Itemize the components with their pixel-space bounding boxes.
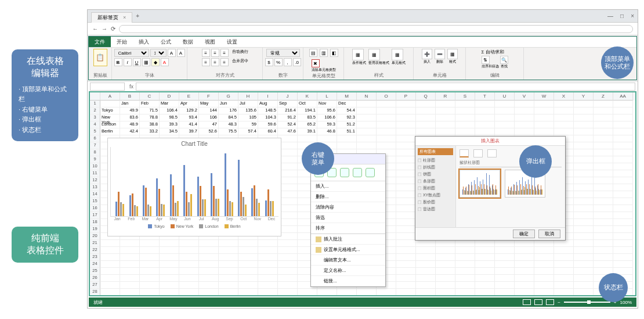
- dialog-cancel-button[interactable]: 取消: [538, 230, 560, 238]
- col-header[interactable]: K: [298, 92, 317, 101]
- decrease-font-icon[interactable]: A: [177, 49, 185, 57]
- col-header[interactable]: L: [317, 92, 337, 101]
- underline-button[interactable]: U: [133, 58, 141, 66]
- paste-option-4-icon[interactable]: [353, 168, 362, 177]
- browser-tab[interactable]: 新标签页 ×: [91, 12, 132, 23]
- col-header[interactable]: P: [396, 92, 416, 101]
- dlg-side-item[interactable]: ⬚ 折线图: [418, 164, 453, 171]
- fill-color-button[interactable]: ◆: [151, 58, 160, 66]
- dlg-side-item[interactable]: ⬚ 柱形图: [418, 157, 453, 164]
- reload-icon[interactable]: ⟳: [111, 26, 115, 32]
- col-header[interactable]: B: [120, 92, 140, 101]
- col-header[interactable]: G: [219, 92, 238, 101]
- new-tab-button[interactable]: +: [136, 13, 139, 19]
- font-size-select[interactable]: 11: [150, 49, 167, 57]
- chart-preview-1[interactable]: [460, 170, 500, 198]
- paste-button[interactable]: 📋: [93, 49, 107, 66]
- bold-button[interactable]: B: [114, 58, 122, 66]
- view-normal-icon[interactable]: [523, 299, 531, 305]
- col-header[interactable]: AA: [613, 92, 633, 101]
- ctx-item[interactable]: 删除...: [311, 192, 385, 202]
- ctx-item[interactable]: 链接...: [311, 276, 385, 286]
- ctx-item[interactable]: 清除内容: [311, 202, 385, 213]
- ribbon-tab-1[interactable]: 开始: [111, 37, 133, 47]
- col-header[interactable]: Y: [574, 92, 594, 101]
- col-header[interactable]: D: [160, 92, 179, 101]
- col-header[interactable]: T: [475, 92, 495, 101]
- col-header[interactable]: F: [199, 92, 219, 101]
- zoom-out-icon[interactable]: −: [558, 300, 560, 305]
- maximize-icon[interactable]: □: [620, 13, 624, 19]
- find-button[interactable]: 🔍: [500, 56, 508, 64]
- dlg-side-item[interactable]: ⬚ 雷达图: [418, 206, 453, 213]
- col-header[interactable]: H: [238, 92, 258, 101]
- col-header[interactable]: J: [278, 92, 298, 101]
- currency-icon[interactable]: $: [265, 58, 273, 66]
- celltype-btn3[interactable]: ◧: [330, 49, 338, 57]
- formula-input[interactable]: [136, 83, 635, 91]
- border-button[interactable]: ▦: [142, 58, 150, 66]
- align-top-icon[interactable]: ≡: [202, 49, 210, 57]
- col-header[interactable]: O: [377, 92, 396, 101]
- spreadsheet-grid[interactable]: ABCDEFGHIJKLMNOPQRSTUVWXYZAA 1JanFebMarA…: [89, 91, 636, 296]
- col-header[interactable]: A: [100, 92, 120, 101]
- ribbon-tab-2[interactable]: 插入: [133, 37, 155, 47]
- delete-cells-button[interactable]: ➖: [435, 49, 445, 59]
- back-icon[interactable]: ←: [92, 26, 98, 32]
- align-mid-icon[interactable]: ≡: [211, 49, 219, 57]
- name-box[interactable]: [90, 83, 125, 91]
- forward-icon[interactable]: →: [102, 26, 107, 32]
- col-header[interactable]: U: [495, 92, 515, 101]
- increase-font-icon[interactable]: A: [168, 49, 176, 57]
- font-family-select[interactable]: Calibri: [114, 49, 149, 57]
- align-bot-icon[interactable]: ≡: [220, 49, 229, 57]
- sort-button[interactable]: ⇅: [482, 56, 490, 64]
- chart-subtype-2[interactable]: [473, 149, 483, 157]
- italic-button[interactable]: I: [124, 58, 132, 66]
- embedded-chart[interactable]: Chart Title JanFebMarAprMayJunJulAugSepO…: [107, 138, 281, 236]
- paste-option-3-icon[interactable]: [340, 168, 349, 177]
- ctx-item[interactable]: 定义名称...: [311, 266, 385, 276]
- ribbon-tab-0[interactable]: 文件: [89, 37, 111, 47]
- ctx-item[interactable]: 编辑富文本...: [311, 255, 385, 266]
- celltype-btn2[interactable]: ▥: [320, 49, 328, 57]
- comma-icon[interactable]: ,: [284, 58, 292, 66]
- ctx-item[interactable]: 插入...: [311, 181, 385, 192]
- col-header[interactable]: X: [554, 92, 574, 101]
- dlg-side-item[interactable]: ⬚ 饼图: [418, 171, 453, 178]
- chart-subtype-3[interactable]: [487, 149, 497, 157]
- clear-celltype-button[interactable]: ✖: [312, 59, 320, 67]
- col-header[interactable]: I: [258, 92, 278, 101]
- dlg-side-item[interactable]: ⬚ XY散点图: [418, 192, 453, 199]
- view-break-icon[interactable]: [546, 299, 554, 305]
- dlg-side-item[interactable]: ⬚ 条形图: [418, 178, 453, 185]
- align-center-icon[interactable]: ≡: [211, 58, 219, 66]
- col-header[interactable]: W: [534, 92, 554, 101]
- merge-button[interactable]: 合并居中: [230, 58, 248, 66]
- col-header[interactable]: S: [455, 92, 475, 101]
- ctx-item[interactable]: 筛选: [311, 213, 385, 223]
- col-header[interactable]: C: [140, 92, 160, 101]
- insert-cells-button[interactable]: ➕: [422, 49, 432, 59]
- font-color-button[interactable]: A: [161, 58, 169, 66]
- align-left-icon[interactable]: ≡: [202, 58, 210, 66]
- chart-subtype-1[interactable]: [460, 149, 469, 157]
- number-format-select[interactable]: 常规: [266, 49, 300, 57]
- view-layout-icon[interactable]: [534, 299, 542, 305]
- format-cells-button[interactable]: ▦: [447, 49, 458, 59]
- celltype-btn1[interactable]: ▤: [309, 49, 317, 57]
- wrap-text-button[interactable]: 自动换行: [230, 49, 248, 57]
- ctx-item[interactable]: 插入批注: [311, 234, 385, 245]
- autosum-button[interactable]: Σ 自动求和: [482, 49, 504, 55]
- close-tab-icon[interactable]: ×: [123, 15, 126, 20]
- col-header[interactable]: V: [515, 92, 534, 101]
- percent-icon[interactable]: %: [274, 58, 283, 66]
- ctx-item[interactable]: 排序: [311, 223, 385, 234]
- dialog-ok-button[interactable]: 确定: [513, 230, 535, 238]
- col-header[interactable]: Z: [594, 92, 613, 101]
- align-right-icon[interactable]: ≡: [220, 58, 229, 66]
- paste-option-5-icon[interactable]: [366, 168, 375, 177]
- ribbon-tab-3[interactable]: 公式: [155, 37, 177, 47]
- close-icon[interactable]: ×: [631, 13, 634, 19]
- fx-icon[interactable]: fx: [129, 84, 133, 89]
